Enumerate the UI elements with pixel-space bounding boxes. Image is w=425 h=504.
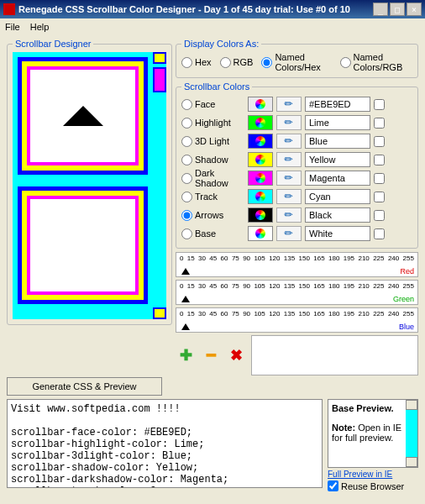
color-label: Face	[195, 99, 215, 109]
color-row: Arrows✎Black	[181, 206, 412, 224]
color-swatch[interactable]	[248, 134, 273, 149]
color-value[interactable]: #EBE9ED	[305, 97, 370, 112]
preview-title: Base Preview.	[332, 403, 394, 413]
eyedropper-button[interactable]: ✎	[276, 97, 302, 112]
color-lock-checkbox[interactable]	[374, 99, 385, 110]
red-slider-label: Red	[400, 267, 414, 276]
eyedropper-icon: ✎	[282, 190, 296, 204]
window-title: Renegade CSS Scrollbar Color Designer - …	[18, 4, 371, 14]
color-wheel-icon	[255, 99, 265, 109]
color-label: Base	[195, 228, 216, 239]
color-label: 3D Light	[195, 136, 229, 146]
color-row: Highlight✎Lime	[181, 113, 412, 132]
color-swatch[interactable]	[248, 97, 273, 112]
app-icon	[3, 3, 15, 15]
eyedropper-icon: ✎	[282, 116, 296, 130]
color-swatch[interactable]	[248, 189, 273, 204]
color-value[interactable]: Lime	[305, 115, 370, 130]
designer-scrollbar[interactable]	[153, 52, 166, 319]
eyedropper-button[interactable]: ✎	[276, 115, 302, 130]
color-swatch[interactable]	[248, 171, 273, 186]
eyedropper-icon: ✎	[282, 227, 296, 241]
menu-help[interactable]: Help	[30, 22, 50, 32]
green-slider[interactable]: 0153045607590105120135150165180195210225…	[176, 280, 418, 305]
eyedropper-button[interactable]: ✎	[276, 207, 302, 223]
color-value[interactable]: White	[305, 226, 370, 241]
eyedropper-button[interactable]: ✎	[276, 226, 302, 241]
eyedropper-button[interactable]: ✎	[276, 171, 302, 186]
color-swatch[interactable]	[248, 115, 273, 130]
titlebar: Renegade CSS Scrollbar Color Designer - …	[0, 0, 425, 18]
color-lock-checkbox[interactable]	[374, 155, 385, 165]
color-row: Track✎Cyan	[181, 187, 412, 206]
color-radio[interactable]	[181, 192, 192, 202]
color-label: Shadow	[195, 155, 228, 165]
generate-button[interactable]: Generate CSS & Preview	[7, 377, 162, 396]
remove-icon[interactable]: ━	[201, 345, 221, 365]
green-slider-label: Green	[393, 295, 414, 303]
color-radio[interactable]	[181, 173, 192, 184]
color-lock-checkbox[interactable]	[374, 192, 385, 202]
color-radio[interactable]	[181, 228, 192, 239]
maximize-button[interactable]: □	[390, 3, 405, 16]
preview-note-label: Note:	[332, 423, 355, 433]
radio-named-hex[interactable]: Named Colors/Hex	[261, 52, 331, 72]
display-colors-legend: Display Colors As:	[181, 39, 261, 49]
color-wheel-icon	[255, 136, 265, 146]
color-value[interactable]: Black	[305, 207, 370, 223]
radio-named-rgb[interactable]: Named Colors/RGB	[340, 52, 412, 72]
menu-file[interactable]: File	[5, 22, 20, 32]
preview-scrollbar[interactable]	[406, 400, 417, 467]
color-swatch[interactable]	[248, 226, 273, 241]
color-lock-checkbox[interactable]	[374, 118, 385, 129]
full-preview-link[interactable]: Full Preview in IE	[328, 470, 418, 479]
color-value[interactable]: Blue	[305, 134, 370, 149]
color-lock-checkbox[interactable]	[374, 210, 385, 221]
slider-pointer-icon	[181, 323, 190, 330]
color-lock-checkbox[interactable]	[374, 136, 385, 147]
eyedropper-button[interactable]: ✎	[276, 152, 302, 167]
color-lock-checkbox[interactable]	[374, 173, 385, 184]
color-value[interactable]: Yellow	[305, 152, 370, 167]
css-output[interactable]: Visit www.softpedia.com !!!! scrollbar-f…	[7, 399, 323, 488]
color-wheel-icon	[255, 228, 265, 239]
blue-slider[interactable]: 0153045607590105120135150165180195210225…	[176, 307, 418, 333]
eyedropper-button[interactable]: ✎	[276, 134, 302, 149]
radio-rgb[interactable]: RGB	[220, 57, 254, 68]
eyedropper-button[interactable]: ✎	[276, 189, 302, 204]
color-row: Face✎#EBE9ED	[181, 95, 412, 113]
display-colors-group: Display Colors As: Hex RGB Named Colors/…	[176, 39, 418, 78]
color-label: Track	[195, 192, 218, 202]
minimize-button[interactable]: _	[373, 3, 388, 16]
blue-slider-label: Blue	[399, 323, 414, 331]
red-slider[interactable]: 0153045607590105120135150165180195210225…	[176, 252, 418, 277]
color-wheel-icon	[255, 210, 265, 220]
color-radio[interactable]	[181, 155, 192, 165]
eyedropper-icon: ✎	[282, 97, 296, 112]
color-lock-checkbox[interactable]	[374, 228, 385, 239]
radio-hex[interactable]: Hex	[181, 57, 212, 68]
color-wheel-icon	[255, 192, 265, 202]
add-icon[interactable]: ✚	[176, 345, 196, 365]
preset-list[interactable]	[251, 335, 418, 375]
color-radio[interactable]	[181, 118, 192, 129]
delete-icon[interactable]: ✖	[226, 345, 246, 365]
color-radio[interactable]	[181, 210, 192, 221]
scrollbar-designer-group: Scrollbar Designer	[7, 39, 172, 325]
color-wheel-icon	[255, 118, 265, 128]
color-wheel-icon	[255, 173, 265, 183]
eyedropper-icon: ✎	[282, 153, 296, 167]
color-wheel-icon	[255, 155, 265, 165]
color-value[interactable]: Magenta	[305, 171, 370, 186]
color-radio[interactable]	[181, 99, 192, 110]
reuse-browser-checkbox[interactable]	[328, 480, 338, 491]
close-button[interactable]: ×	[407, 3, 422, 16]
scrollbar-colors-group: Scrollbar Colors Face✎#EBE9EDHighlight✎L…	[176, 81, 418, 249]
color-swatch[interactable]	[248, 207, 273, 223]
color-label: Arrows	[195, 210, 223, 220]
base-preview: Base Preview. Note: Open in IE for full …	[328, 399, 418, 468]
color-value[interactable]: Cyan	[305, 189, 370, 204]
eyedropper-icon: ✎	[282, 171, 296, 186]
color-radio[interactable]	[181, 136, 192, 147]
color-swatch[interactable]	[248, 152, 273, 167]
